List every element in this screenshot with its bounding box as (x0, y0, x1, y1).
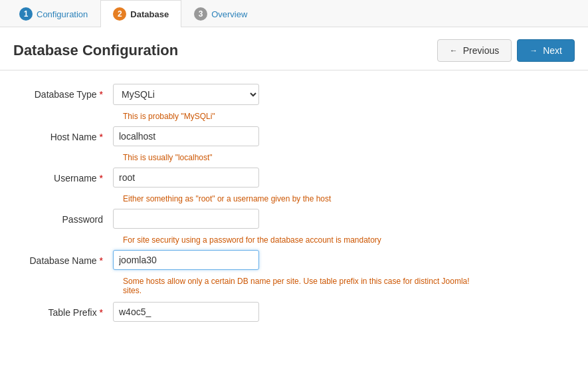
table-prefix-row: Table Prefix * (20, 302, 568, 322)
table-prefix-field (113, 302, 379, 322)
host-name-label: Host Name * (20, 126, 113, 142)
username-hint: Either something as "root" or a username… (20, 194, 568, 203)
username-input[interactable] (113, 168, 259, 187)
previous-button-label: Previous (463, 45, 499, 56)
username-row: Username * (20, 168, 568, 187)
previous-button[interactable]: ← Previous (437, 39, 512, 62)
page-title: Database Configuration (13, 42, 178, 59)
password-field (113, 209, 379, 229)
required-marker: * (100, 255, 103, 266)
next-button[interactable]: → Next (517, 39, 575, 62)
table-prefix-input[interactable] (113, 302, 259, 322)
form-area: Database Type * MySQLi MySQL PostgreSQL … (0, 70, 588, 342)
username-field (113, 168, 379, 187)
host-name-field (113, 126, 379, 146)
database-type-field: MySQLi MySQL PostgreSQL SQLite (113, 84, 379, 105)
database-type-select[interactable]: MySQLi MySQL PostgreSQL SQLite (113, 84, 259, 105)
tabs-bar: 1 Configuration 2 Database 3 Overview (0, 0, 588, 27)
password-input[interactable] (113, 209, 259, 229)
host-name-input[interactable] (113, 126, 259, 146)
tab-label-overview: Overview (211, 9, 247, 19)
database-name-input[interactable] (113, 250, 259, 270)
right-arrow-icon: → (530, 46, 538, 55)
table-prefix-label: Table Prefix * (20, 302, 113, 318)
username-label: Username * (20, 168, 113, 184)
next-button-label: Next (543, 45, 562, 56)
required-marker: * (100, 173, 103, 184)
password-hint: For site security using a password for t… (20, 235, 568, 245)
database-type-row: Database Type * MySQLi MySQL PostgreSQL … (20, 84, 568, 105)
tab-badge-3: 3 (194, 7, 207, 21)
tab-badge-2: 2 (113, 7, 126, 21)
password-label: Password (20, 209, 113, 225)
database-name-field (113, 250, 379, 270)
tab-database[interactable]: 2 Database (100, 0, 181, 27)
database-type-label: Database Type * (20, 84, 113, 100)
required-marker: * (100, 132, 103, 142)
database-name-hint: Some hosts allow only a certain DB name … (20, 277, 485, 295)
host-name-row: Host Name * (20, 126, 568, 146)
page-header: Database Configuration ← Previous → Next (0, 27, 588, 70)
database-name-label: Database Name * (20, 250, 113, 266)
tab-label-database: Database (130, 9, 169, 19)
database-name-row: Database Name * (20, 250, 568, 270)
header-buttons: ← Previous → Next (437, 39, 575, 62)
tab-configuration[interactable]: 1 Configuration (7, 0, 100, 27)
tab-overview[interactable]: 3 Overview (181, 0, 260, 27)
password-row: Password (20, 209, 568, 229)
required-marker: * (100, 89, 103, 100)
host-name-hint: This is usually "localhost" (20, 153, 568, 162)
required-marker: * (100, 307, 103, 318)
tab-badge-1: 1 (19, 7, 33, 21)
database-type-hint: This is probably "MySQLi" (20, 112, 568, 121)
left-arrow-icon: ← (450, 46, 458, 55)
tab-label-configuration: Configuration (37, 9, 88, 19)
